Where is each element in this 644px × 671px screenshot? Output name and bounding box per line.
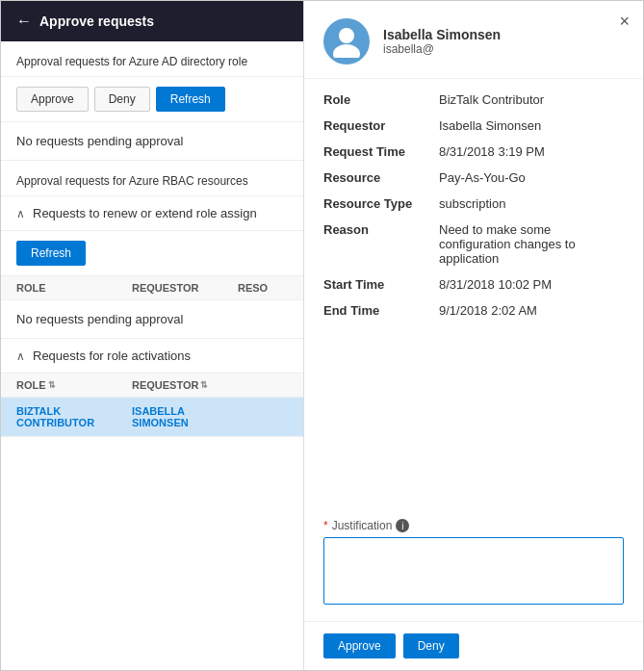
label-resource: Resource bbox=[323, 170, 439, 185]
section1-empty-message: No requests pending approval bbox=[1, 122, 303, 161]
svg-point-1 bbox=[333, 44, 360, 58]
action-bar-subsection1: Refresh bbox=[1, 231, 303, 276]
section1-title: Approval requests for Azure AD directory… bbox=[1, 41, 303, 77]
user-name: Isabella Simonsen bbox=[383, 27, 501, 42]
info-icon[interactable]: i bbox=[396, 519, 409, 532]
back-arrow-icon: ← bbox=[16, 13, 32, 30]
detail-end-time: End Time 9/1/2018 2:02 AM bbox=[323, 303, 624, 318]
value-resource-type: subscription bbox=[439, 196, 624, 211]
detail-request-time: Request Time 8/31/2018 3:19 PM bbox=[323, 144, 624, 159]
deny-button-section1[interactable]: Deny bbox=[94, 87, 150, 112]
row-requestor: Isabella Simonsen bbox=[132, 405, 238, 428]
user-info: Isabella Simonsen isabella@ bbox=[383, 27, 501, 56]
detail-grid: Role BizTalk Contributor Requestor Isabe… bbox=[304, 79, 643, 519]
approve-button-footer[interactable]: Approve bbox=[323, 633, 396, 658]
page-title: Approve requests bbox=[39, 13, 154, 29]
section2-title: Approval requests for Azure RBAC resourc… bbox=[1, 161, 303, 196]
subsection2-label: Requests for role activations bbox=[33, 348, 191, 363]
detail-resource: Resource Pay-As-You-Go bbox=[323, 170, 624, 185]
label-end-time: End Time bbox=[323, 303, 439, 318]
row-role: BizTalk Contributor bbox=[16, 405, 132, 428]
value-request-time: 8/31/2018 3:19 PM bbox=[439, 144, 624, 159]
sort-icon-requestor: ⇅ bbox=[200, 380, 208, 390]
detail-start-time: Start Time 8/31/2018 10:02 PM bbox=[323, 277, 624, 292]
col-header-role-2: ROLE ⇅ bbox=[16, 379, 132, 391]
left-header: ← Approve requests bbox=[1, 1, 303, 41]
label-resource-type: Resource Type bbox=[323, 196, 439, 211]
right-footer: Approve Deny bbox=[304, 621, 643, 670]
justification-input[interactable] bbox=[323, 537, 624, 605]
chevron-down-icon: ∧ bbox=[16, 207, 25, 220]
col-header-requestor: REQUESTOR bbox=[132, 282, 238, 294]
justification-text: Justification bbox=[332, 519, 393, 532]
value-resource: Pay-As-You-Go bbox=[439, 170, 624, 185]
refresh-button-section1[interactable]: Refresh bbox=[156, 87, 225, 112]
col-header-role: ROLE bbox=[16, 282, 132, 294]
col-header-resource: RESO bbox=[238, 282, 268, 294]
label-request-time: Request Time bbox=[323, 144, 439, 159]
detail-role: Role BizTalk Contributor bbox=[323, 92, 624, 107]
svg-point-0 bbox=[339, 28, 354, 43]
user-header: Isabella Simonsen isabella@ bbox=[304, 1, 643, 79]
subsection2-table-header: ROLE ⇅ REQUESTOR ⇅ bbox=[1, 374, 303, 398]
subsection1-label: Requests to renew or extend role assign bbox=[33, 206, 257, 220]
justification-section: * Justification i bbox=[304, 519, 643, 621]
required-star: * bbox=[323, 519, 328, 532]
detail-resource-type: Resource Type subscription bbox=[323, 196, 624, 211]
subsection1-header[interactable]: ∧ Requests to renew or extend role assig… bbox=[1, 196, 303, 231]
close-button[interactable]: × bbox=[615, 9, 633, 34]
left-panel: ← Approve requests Approval requests for… bbox=[1, 1, 304, 670]
value-role: BizTalk Contributor bbox=[439, 92, 624, 107]
label-role: Role bbox=[323, 92, 439, 107]
label-requestor: Requestor bbox=[323, 118, 439, 133]
table-row[interactable]: BizTalk Contributor Isabella Simonsen bbox=[1, 398, 303, 437]
sort-icon-role: ⇅ bbox=[48, 380, 56, 390]
right-panel: × Isabella Simonsen isabella@ Role BizTa… bbox=[304, 1, 643, 670]
left-body: Approval requests for Azure AD directory… bbox=[1, 41, 303, 670]
col-header-requestor-2: REQUESTOR ⇅ bbox=[132, 379, 238, 391]
value-reason: Need to make some configuration changes … bbox=[439, 222, 624, 266]
refresh-button-subsection1[interactable]: Refresh bbox=[16, 241, 86, 266]
subsection1-table-header: ROLE REQUESTOR RESO bbox=[1, 276, 303, 300]
justification-label: * Justification i bbox=[323, 519, 624, 532]
chevron-down-icon-2: ∧ bbox=[16, 349, 25, 363]
label-reason: Reason bbox=[323, 222, 439, 237]
approve-button-section1[interactable]: Approve bbox=[16, 87, 89, 112]
label-start-time: Start Time bbox=[323, 277, 439, 292]
value-requestor: Isabella Simonsen bbox=[439, 118, 624, 133]
user-email: isabella@ bbox=[383, 42, 501, 56]
detail-requestor: Requestor Isabella Simonsen bbox=[323, 118, 624, 133]
subsection1-empty-message: No requests pending approval bbox=[1, 300, 303, 339]
deny-button-footer[interactable]: Deny bbox=[403, 633, 459, 658]
detail-reason: Reason Need to make some configuration c… bbox=[323, 222, 624, 266]
subsection2-header[interactable]: ∧ Requests for role activations bbox=[1, 339, 303, 374]
action-bar-section1: Approve Deny Refresh bbox=[1, 77, 303, 122]
avatar bbox=[323, 18, 370, 65]
value-end-time: 9/1/2018 2:02 AM bbox=[439, 303, 624, 318]
value-start-time: 8/31/2018 10:02 PM bbox=[439, 277, 624, 292]
